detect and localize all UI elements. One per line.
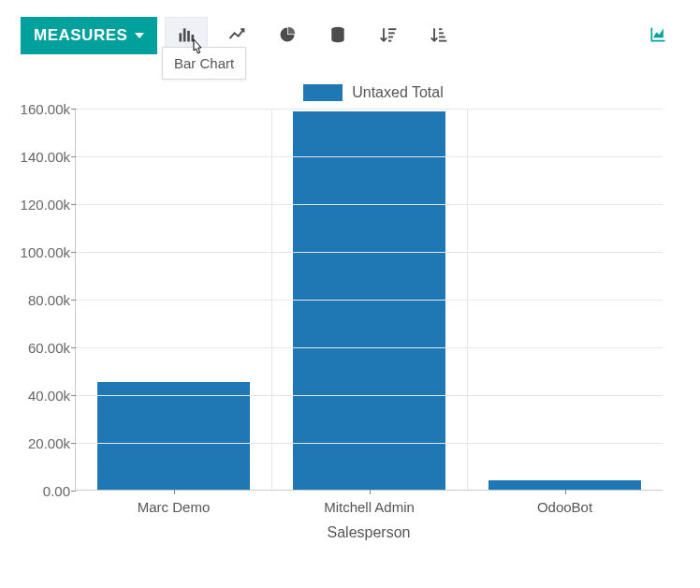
legend-swatch	[303, 84, 343, 101]
pie-chart-icon	[278, 25, 297, 47]
bar-chart-tooltip: Bar Chart	[162, 47, 246, 80]
gridline	[76, 347, 663, 348]
gridline	[76, 156, 663, 157]
y-tick-label: 80.00k	[18, 292, 70, 308]
y-tick-mark	[71, 204, 76, 205]
x-tick-label: OdooBot	[537, 499, 592, 515]
y-tick-mark	[71, 300, 76, 301]
svg-rect-1	[183, 28, 186, 41]
area-chart-icon	[649, 25, 667, 47]
chart-legend: Untaxed Total	[21, 84, 679, 101]
x-tick-mark	[174, 490, 175, 494]
y-tick-label: 100.00k	[18, 244, 70, 260]
sort-desc-icon	[379, 25, 398, 47]
sort-asc-icon	[430, 25, 448, 47]
gridline	[76, 395, 663, 396]
y-tick-label: 40.00k	[18, 388, 70, 404]
legend-label: Untaxed Total	[352, 84, 444, 101]
y-tick-mark	[71, 491, 76, 492]
x-tick-mark	[565, 490, 566, 494]
gridline	[76, 443, 663, 444]
y-tick-label: 140.00k	[18, 149, 70, 165]
vertical-gridline	[467, 109, 468, 490]
y-tick-mark	[71, 347, 76, 348]
y-tick-mark	[71, 252, 76, 253]
bar-chart-icon	[177, 25, 196, 47]
gridline	[76, 300, 663, 301]
gridline	[76, 109, 663, 110]
svg-rect-3	[192, 35, 195, 42]
measures-label: MEASURES	[34, 26, 127, 45]
y-tick-label: 120.00k	[18, 197, 70, 213]
vertical-gridline	[271, 109, 272, 490]
toolbar: MEASURES	[21, 15, 679, 56]
x-tick-mark	[370, 490, 371, 494]
area-chart-button[interactable]	[636, 17, 679, 54]
x-tick-label: Marc Demo	[138, 499, 211, 515]
stacked-button[interactable]	[316, 17, 359, 54]
line-chart-icon	[227, 25, 246, 47]
y-tick-label: 20.00k	[18, 435, 70, 451]
y-tick-label: 60.00k	[18, 340, 70, 356]
plot-area: Marc DemoMitchell AdminOdooBot 0.0020.00…	[75, 109, 663, 491]
y-tick-mark	[71, 109, 76, 110]
sort-desc-button[interactable]	[367, 17, 410, 54]
gridline	[76, 252, 663, 253]
sort-asc-button[interactable]	[417, 17, 460, 54]
y-tick-mark	[71, 156, 76, 157]
pie-chart-button[interactable]	[266, 17, 309, 54]
measures-button[interactable]: MEASURES	[21, 17, 157, 54]
tooltip-text: Bar Chart	[174, 55, 234, 71]
y-tick-label: 0.00	[18, 483, 70, 499]
svg-rect-2	[188, 30, 191, 41]
chart: Marc DemoMitchell AdminOdooBot 0.0020.00…	[75, 109, 679, 541]
svg-rect-0	[180, 33, 182, 41]
x-axis-label: Salesperson	[75, 524, 663, 541]
y-tick-mark	[71, 443, 76, 444]
gridline	[76, 204, 663, 205]
bar[interactable]	[97, 382, 250, 490]
x-tick-label: Mitchell Admin	[324, 499, 415, 515]
caret-down-icon	[135, 33, 144, 38]
y-tick-mark	[71, 395, 76, 396]
database-icon	[328, 25, 347, 47]
bar[interactable]	[489, 480, 641, 490]
y-tick-label: 160.00k	[18, 101, 70, 117]
